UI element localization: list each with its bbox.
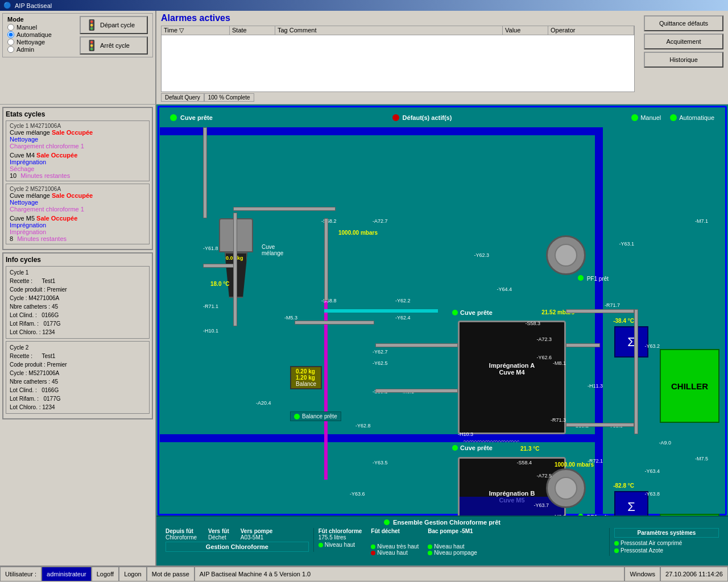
ensemble-gestion-indicator: Ensemble Gestion Chloroforme prêt — [161, 519, 723, 526]
blue-pipe-middle — [160, 434, 600, 442]
fut-section: Fût chloroforme 175.5 litres Niveau haut… — [314, 528, 610, 556]
pipe-h-right3 — [566, 423, 634, 427]
valve-m75: -M7.5 — [695, 456, 708, 462]
left-sidebar: Etats cycles Cycle 1 M4271006A Cuve méla… — [0, 105, 156, 566]
quittance-button[interactable]: Quittance défauts — [644, 15, 723, 31]
blue-pipe-top — [160, 127, 600, 135]
cuve-prete-dot-top — [170, 114, 177, 121]
pf1-pret-label: PF1 prêt — [578, 275, 609, 282]
valve-r717: -R71.7 — [605, 302, 620, 308]
valve-a727: -A72.7 — [373, 218, 388, 224]
radio-manuel[interactable] — [7, 24, 14, 31]
info-cycle1-block: Cycle 1 Recette : Test1 Code produit : P… — [6, 266, 150, 339]
manuel-indicator: Manuel — [631, 114, 661, 121]
historique-button[interactable]: Historique — [644, 52, 723, 68]
alarm-footer: Default Query 100 % Complete — [161, 93, 635, 102]
pressostat-air-row: Pressostat Air comprimé — [614, 540, 719, 546]
info-cycle1-cycle: Cycle : M4271006A — [10, 294, 146, 302]
valve-r721: -R72.1 — [588, 458, 603, 464]
traffic-light-green-icon: 🚦 — [85, 19, 98, 31]
pump-box-1: Σ — [614, 326, 648, 357]
gestion-chloroforme-btn[interactable]: Gestion Chloroforme — [166, 542, 309, 552]
pf2-vessel — [546, 468, 597, 519]
valve-y644: -Y64.4 — [497, 286, 512, 292]
radio-admin[interactable] — [7, 46, 14, 53]
valve-a204: -A20.4 — [256, 400, 271, 406]
mode-panel: Mode Manuel Automatique Nettoyage — [0, 11, 156, 104]
niveau-haut-dot1 — [318, 543, 323, 547]
alarm-col-state: State — [230, 26, 275, 35]
outer-blue-border — [158, 106, 727, 516]
valve-m81: -M8.1 — [553, 360, 566, 366]
valve-m53: -M5.3 — [284, 315, 297, 321]
arret-cycle-button[interactable]: 🚦 Arrêt cycle — [80, 36, 148, 55]
radio-nettoyage[interactable] — [7, 39, 14, 45]
pipe-h-mid1 — [295, 321, 374, 325]
valve-y637: -Y63.7 — [533, 502, 549, 508]
ensemble-label: Ensemble Gestion Chloroforme prêt — [393, 519, 500, 526]
acquitement-button[interactable]: Acquitement — [644, 34, 723, 49]
chiller1-box[interactable]: CHILLER — [660, 349, 719, 423]
cycle2-cuve-melange: Cuve mélange Sale Occupée — [10, 192, 146, 199]
cuve-prete-indicator-top[interactable]: Cuve prête — [170, 114, 213, 121]
mode-radio-group: Manuel Automatique Nettoyage Admin — [7, 24, 52, 53]
alarm-title: Alarmes actives — [161, 13, 635, 23]
info-cycle1-nbre: Nbre catheters : 45 — [10, 302, 146, 311]
cuve-prete-middle-indicator[interactable]: Cuve prête — [452, 309, 493, 316]
pipe-v-mid1 — [324, 218, 328, 301]
cycle1-cuve-melange: Cuve mélange Sale Occupée — [10, 129, 146, 136]
cycle2-minutes: 8 Minutes restantes — [10, 235, 146, 242]
ensemble-dot — [384, 519, 390, 525]
info-cycle1-id: Cycle 1 — [10, 268, 146, 277]
cycle2-step2: Chargement chloroforme 1 — [10, 206, 146, 213]
defauts-dot — [392, 114, 399, 121]
pressostat-azote-dot — [614, 548, 619, 553]
cycle1-step2: Chargement chloroforme 1 — [10, 143, 146, 149]
defauts-indicator[interactable]: Défaut(s) actif(s) — [392, 114, 452, 121]
depart-cycle-button[interactable]: 🚦 Départ cycle — [80, 16, 148, 34]
cycle1-block: Cycle 1 M4271006A Cuve mélange Sale Occu… — [6, 120, 150, 181]
impregnation-a-label: Imprégnation ACuve M4 — [460, 322, 564, 376]
valve-y625: -Y62.5 — [373, 360, 388, 366]
info-cycle1-recette: Recette : Test1 — [10, 277, 146, 285]
info-cycle1-clind: Lot Clind. : 0166G — [10, 311, 146, 319]
logon-button[interactable]: Logon — [119, 567, 147, 581]
pipe-h-right2 — [566, 343, 600, 347]
temp-reading-1: 18.0 °C — [210, 281, 229, 287]
etats-cycles-section: Etats cycles Cycle 1 M4271006A Cuve méla… — [2, 107, 153, 250]
parametres-systemes-btn[interactable]: Paramètres systèmes — [614, 528, 719, 538]
title-icon: 🔵 — [3, 2, 11, 9]
radio-automatique[interactable] — [7, 31, 14, 38]
mot-de-passe-button[interactable]: Mot de passe — [147, 567, 195, 581]
cuve-prete-bottom-label: Cuve prête — [460, 444, 493, 451]
mode-option-automatique[interactable]: Automatique — [7, 31, 52, 38]
valve-s588: -S58.8 — [321, 298, 337, 304]
cycle2-id: Cycle 2 M5271006A — [10, 186, 146, 192]
mode-option-nettoyage[interactable]: Nettoyage — [7, 39, 52, 45]
cycle2-step1: Nettoyage — [10, 199, 146, 206]
mode-section: Mode Manuel Automatique Nettoyage — [2, 13, 153, 57]
vers-pompe-col: Vers pompe A03-5M1 — [241, 528, 273, 541]
info-cycle2-nbre: Nbre catheters : 45 — [10, 377, 146, 386]
pf2-circle — [546, 468, 586, 508]
depuis-fut-col: Depuis fût Chloroforme — [166, 528, 197, 541]
logoff-button[interactable]: Logoff — [92, 567, 119, 581]
cuve-prete-bottom-indicator[interactable]: Cuve prête — [452, 444, 493, 451]
valve-y618: -Y61.8 — [203, 246, 218, 251]
top-status-bar: Cuve prête Défaut(s) actif(s) Manuel — [161, 109, 723, 126]
cycle1-step3: Imprégnation — [10, 159, 146, 165]
info-cycle2-cycle: Cycle : M5271006A — [10, 369, 146, 377]
pipe-h-left1 — [203, 264, 234, 268]
fut-dechet-col: Fût déchet Niveau très haut Niveau haut — [371, 528, 419, 556]
valve-y626: -Y62.6 — [536, 355, 552, 360]
info-cycles-section: Info cycles Cycle 1 Recette : Test1 Code… — [2, 252, 153, 419]
mode-option-manuel[interactable]: Manuel — [7, 24, 52, 31]
cycle1-step4: Séchage — [10, 165, 146, 172]
niveau-tres-haut-row: Niveau très haut — [371, 543, 419, 550]
niveau-tres-haut-dot — [371, 544, 375, 549]
pipe-h-mid3 — [375, 389, 458, 393]
pipe-h-right1 — [566, 309, 634, 313]
chloroforme-section: Depuis fût Chloroforme Vers fût Déchet V… — [161, 528, 314, 552]
mode-option-admin[interactable]: Admin — [7, 46, 52, 53]
balance-prete-indicator[interactable]: Balance prête — [290, 411, 341, 421]
